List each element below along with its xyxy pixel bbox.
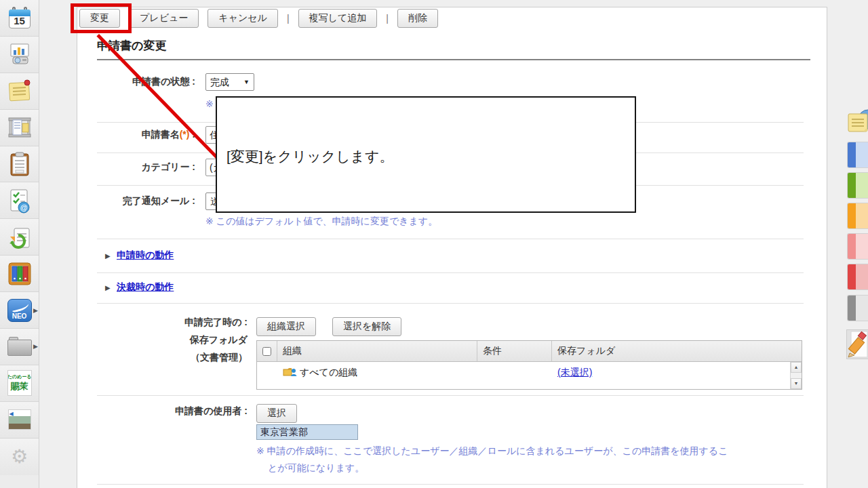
preview-button[interactable]: プレビュー — [129, 9, 199, 28]
row-separator — [97, 272, 804, 273]
clipboard-icon — [9, 151, 31, 177]
row-separator — [97, 239, 804, 239]
sidebar-item-calendar[interactable]: 15 — [0, 0, 39, 37]
sidebar-item-settings[interactable]: ⚙ — [0, 439, 39, 475]
select-users-button[interactable]: 選択 — [256, 404, 297, 423]
apply-actions-link[interactable]: 申請時の動作 — [117, 249, 174, 262]
neo-app-icon: NEO — [7, 299, 32, 322]
bookshelf-icon — [7, 262, 32, 286]
note-shortcut-icon[interactable] — [848, 108, 868, 137]
table-row: すべての組織 (未選択) — [257, 362, 802, 389]
select-all-checkbox-cell — [257, 341, 277, 361]
org-column-header: 組織 — [277, 341, 477, 361]
pencil-edit-icon[interactable] — [846, 329, 868, 359]
calendar-icon: 15 — [8, 6, 31, 29]
select-all-checkbox[interactable] — [262, 347, 271, 356]
tanomeru-logo-icon: たのめーる 賜茉 — [7, 370, 32, 396]
svg-text:@: @ — [20, 203, 27, 211]
org-folder-user-icon — [283, 367, 297, 377]
sidebar-item-neo[interactable]: NEO ▶ — [0, 292, 39, 329]
bottom-separator — [97, 484, 804, 485]
annotation-callout-text: [変更]をクリックします。 — [226, 147, 394, 166]
condition-column-header: 条件 — [477, 341, 552, 361]
users-note-line2: とが可能になります。 — [268, 462, 364, 474]
category-label: カテゴリー : — [46, 161, 195, 174]
sidebar-item-workflow[interactable] — [0, 219, 39, 256]
scroll-down-button[interactable]: ▼ — [791, 378, 802, 389]
sidebar-item-bulletin-board[interactable] — [0, 110, 39, 146]
toolbar-divider: | — [287, 13, 290, 24]
photo-banner-icon: ◀ — [8, 409, 31, 430]
disclosure-triangle-icon: ▶ — [105, 284, 111, 291]
sticky-note-icon — [7, 79, 32, 103]
status-dropdown[interactable]: 完成 ▼ — [205, 73, 254, 91]
selected-user-item[interactable]: 東京営業部 — [256, 424, 358, 440]
status-note-fragment: ※ — [205, 98, 214, 109]
form-users-label: 申請書の使用者 : — [98, 405, 248, 418]
sidebar-item-clipboard[interactable] — [0, 146, 39, 183]
table-header-row: 組織 条件 保存フォルダ — [257, 341, 802, 362]
workflow-icon — [7, 224, 32, 250]
mail-note: ※ この値はデフォルト値で、申請時に変更できます。 — [205, 216, 437, 228]
flyout-arrow-icon: ▶ — [33, 343, 38, 350]
users-note-line1: ※ 申請の作成時に、ここで選択したユーザー／組織／ロールに含まれるユーザーが、こ… — [256, 445, 728, 458]
cancel-button[interactable]: キャンセル — [208, 9, 278, 28]
annotation-callout: [変更]をクリックします。 — [216, 96, 636, 213]
left-app-sidebar: 15 — [0, 0, 39, 488]
pink-binder-icon[interactable] — [848, 234, 868, 259]
folder-icon — [7, 337, 32, 356]
folder-unselected-link[interactable]: (未選択) — [557, 367, 592, 378]
sidebar-item-folder[interactable]: ▶ — [0, 329, 39, 365]
save-folder-label-line1: 申請完了時の : — [98, 317, 248, 329]
sidebar-item-photo-link[interactable]: ◀ — [0, 402, 39, 439]
scroll-up-button[interactable]: ▲ — [791, 362, 802, 373]
clear-selection-button[interactable]: 選択を解除 — [332, 317, 401, 336]
table-scrollbar[interactable]: ▲ ▼ — [790, 362, 802, 389]
sidebar-item-memo[interactable] — [0, 73, 39, 110]
workflow-admin-screen: 15 — [0, 0, 868, 488]
green-binder-icon[interactable] — [848, 173, 868, 198]
folder-cell: (未選択) — [552, 362, 802, 389]
red-binder-icon[interactable] — [848, 264, 868, 289]
settings-gear-icon: ⚙ — [11, 445, 28, 468]
chevron-down-icon: ▼ — [243, 79, 250, 85]
row-separator — [97, 395, 804, 396]
approve-actions-link[interactable]: 決裁時の動作 — [117, 281, 174, 293]
mail-label: 完了通知メール : — [46, 195, 195, 207]
title-underline — [97, 59, 810, 60]
annotation-highlight-box — [71, 3, 132, 33]
sidebar-item-bookshelf[interactable] — [0, 256, 39, 292]
sidebar-item-tanomeru[interactable]: たのめーる 賜茉 — [0, 365, 39, 402]
save-folder-label-line3: （文書管理） — [98, 352, 248, 364]
disclosure-triangle-icon: ▶ — [105, 252, 111, 260]
save-folder-label-line2: 保存フォルダ — [98, 334, 248, 346]
sidebar-item-approval[interactable]: @ — [0, 182, 39, 219]
approval-checklist-icon: @ — [8, 188, 31, 214]
folder-column-header: 保存フォルダ — [552, 341, 789, 361]
row-separator — [97, 303, 804, 304]
org-folder-table: 組織 条件 保存フォルダ すべての組織 (未選択) ▲ ▼ — [256, 340, 802, 390]
orange-binder-icon[interactable] — [848, 203, 868, 228]
flyout-arrow-icon: ▶ — [33, 307, 38, 314]
presentation-icon — [7, 43, 32, 66]
condition-cell — [477, 362, 552, 389]
bulletin-board-icon — [7, 115, 32, 140]
select-org-button[interactable]: 組織選択 — [256, 317, 316, 336]
toolbar-divider: | — [386, 13, 389, 24]
gray-binder-icon[interactable] — [848, 296, 868, 321]
org-cell: すべての組織 — [277, 362, 477, 389]
blue-binder-icon[interactable] — [848, 142, 868, 167]
toolbar: 変更 プレビュー キャンセル | 複写して追加 | 削除 — [79, 9, 438, 28]
status-label: 申請書の状態 : — [46, 76, 195, 88]
delete-button[interactable]: 削除 — [397, 9, 438, 28]
form-name-label: 申請書名(*) : — [46, 129, 195, 141]
copy-add-button[interactable]: 複写して追加 — [298, 9, 378, 28]
sidebar-item-presentation[interactable] — [0, 37, 39, 73]
